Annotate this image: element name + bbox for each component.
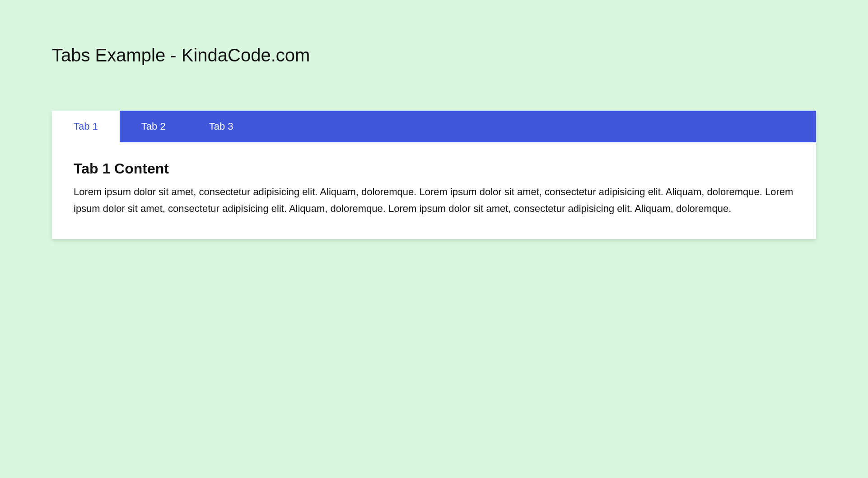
tab-nav: Tab 1 Tab 2 Tab 3 bbox=[52, 111, 816, 142]
tab-content: Tab 1 Content Lorem ipsum dolor sit amet… bbox=[52, 142, 816, 239]
content-heading: Tab 1 Content bbox=[74, 160, 794, 177]
tab-1[interactable]: Tab 1 bbox=[52, 111, 120, 142]
tab-2[interactable]: Tab 2 bbox=[120, 111, 187, 142]
page-title: Tabs Example - KindaCode.com bbox=[52, 45, 816, 66]
tabs-container: Tab 1 Tab 2 Tab 3 Tab 1 Content Lorem ip… bbox=[52, 111, 816, 239]
content-paragraph: Lorem ipsum dolor sit amet, consectetur … bbox=[74, 183, 794, 217]
tab-3[interactable]: Tab 3 bbox=[187, 111, 255, 142]
